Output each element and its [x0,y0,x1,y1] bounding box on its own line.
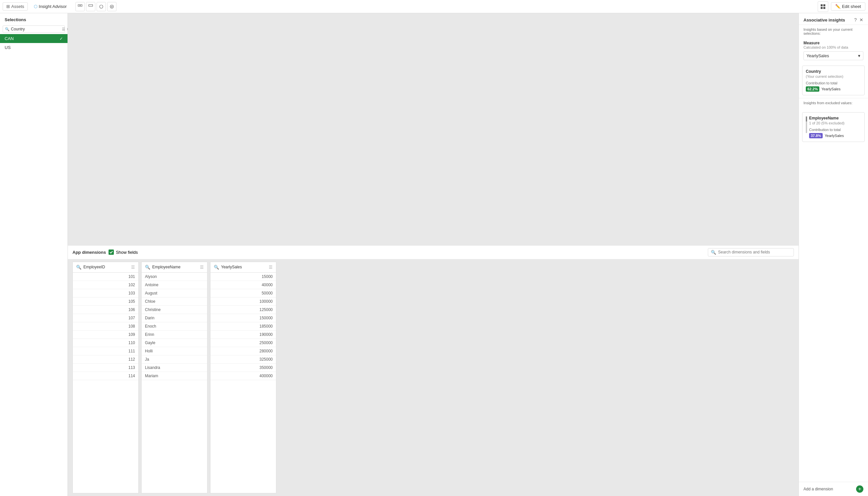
table-row: 350000 [211,363,276,372]
list-icon[interactable]: ☰ [62,27,65,31]
list-icon[interactable]: ☰ [200,265,204,270]
tool-btn-4[interactable] [107,2,117,11]
table-row: 15000 [211,273,276,281]
contribution-label: Contribution to total [806,81,861,85]
table-row: 250000 [211,339,276,347]
show-fields-toggle[interactable]: Show fields [109,249,138,255]
country-search-input[interactable] [11,27,61,31]
svg-point-3 [99,5,103,8]
measure-sub: Calculated on 100% of data [804,45,863,49]
insight-advisor-button[interactable]: ⬡ Insight Advisor [30,3,70,10]
center-area: App dimensions Show fields 🔍 🔍 EmployeeI… [68,13,799,496]
table-row: 112 [73,355,138,363]
contribution-bar: 62.2% YearlySales [806,87,861,92]
table-row: 40000 [211,281,276,289]
table-row: 400000 [211,372,276,380]
sparkline-bar [806,117,807,133]
table-row: 110 [73,339,138,347]
country-card-sub: (Your current selection) [806,75,861,78]
right-panel-header: Associative insights ? ✕ [799,13,868,25]
employee-insight-card: EmployeeName 1 of 20 (5% excluded) Contr… [802,112,865,142]
table-row: Ja [142,355,207,363]
table-employee-name: 🔍 EmployeeName ☰ Alyson Antoine August C… [141,262,207,494]
svg-rect-2 [89,5,93,6]
tool-btn-2[interactable] [86,2,95,11]
filter-item-us[interactable]: US [0,43,67,52]
assets-button[interactable]: ⊞ Assets [3,2,28,11]
table-row: Darin [142,314,207,322]
field-name-employee-id: EmployeeID [83,265,129,269]
table-row: Enoch [142,322,207,330]
svg-rect-9 [823,7,825,9]
svg-rect-7 [823,4,825,6]
filter-item-can[interactable]: CAN ✓ [0,34,67,43]
filter-value-can: CAN [5,36,14,41]
insight-icon: ⬡ [34,4,37,9]
excluded-label: Insights from excluded values: [804,101,863,105]
chevron-down-icon: ▾ [858,53,861,58]
table-row: August [142,289,207,297]
right-panel-title: Associative insights [804,17,845,22]
grid-view-button[interactable] [818,1,828,12]
table-row: 111 [73,347,138,355]
table-row: 101 [73,273,138,281]
sparkline-fill [806,117,807,121]
table-row: 125000 [211,306,276,314]
svg-point-4 [110,5,113,8]
tool-btn-1[interactable] [75,2,85,11]
search-dimensions-box: 🔍 [708,248,794,257]
table-row: Chloe [142,297,207,306]
tables-area: 🔍 EmployeeID ☰ 101 102 103 105 106 107 1… [68,259,799,496]
table-row: Alyson [142,273,207,281]
add-dimension-button[interactable]: + [856,485,863,493]
measure-select[interactable]: YearlySales ▾ [804,51,863,60]
help-icon[interactable]: ? [854,17,857,22]
left-panel: Selections 🔍 ☰ ✕ CAN ✓ US [0,13,68,496]
list-icon[interactable]: ☰ [131,265,135,270]
field-name-yearly-sales: YearlySales [221,265,267,269]
list-icon[interactable]: ☰ [269,265,273,270]
assets-icon: ⊞ [6,4,10,9]
tool-buttons [75,2,117,11]
show-fields-checkbox[interactable] [109,249,114,255]
edit-sheet-label: Edit sheet [842,4,861,9]
add-dimension-label: Add a dimension [804,487,833,491]
selections-header: Selections [0,13,67,24]
table-row: 325000 [211,355,276,363]
check-icon: ✓ [60,36,63,41]
measure-label: Measure [804,41,863,45]
table-row: 190000 [211,330,276,339]
search-icon: 🔍 [214,265,219,270]
employee-contribution-label: Contribution to total [809,128,861,132]
table-row: 100000 [211,297,276,306]
table-row: Lisandra [142,363,207,372]
svg-rect-6 [821,4,823,6]
table-header-yearly-sales: 🔍 YearlySales ☰ [211,262,276,273]
svg-point-5 [111,6,112,7]
tool-btn-3[interactable] [97,2,106,11]
measure-section: Measure Calculated on 100% of data Yearl… [799,38,868,63]
close-icon[interactable]: ✕ [859,17,863,22]
table-row: 150000 [211,314,276,322]
pct-badge-purple: 37.8% [809,133,823,138]
search-dimensions-input[interactable] [718,250,791,254]
right-panel-icons: ? ✕ [854,17,863,22]
svg-rect-1 [80,5,82,6]
table-row: 103 [73,289,138,297]
table-row: Mariam [142,372,207,380]
table-header-employee-id: 🔍 EmployeeID ☰ [73,262,138,273]
svg-rect-8 [821,7,823,9]
field-name-employee-name: EmployeeName [152,265,198,269]
app-dimensions-label: App dimensions [73,250,106,255]
edit-sheet-button[interactable]: ✏️ Edit sheet [831,2,865,11]
contribution-field: YearlySales [821,87,840,91]
table-yearly-sales: 🔍 YearlySales ☰ 15000 40000 50000 100000… [210,262,276,494]
filter-value-us: US [5,45,11,50]
table-row: 102 [73,281,138,289]
table-row: Antoine [142,281,207,289]
search-icon: 🔍 [76,265,81,270]
table-header-employee-name: 🔍 EmployeeName ☰ [142,262,207,273]
table-row: 50000 [211,289,276,297]
table-row: 109 [73,330,138,339]
search-icon: 🔍 [5,27,10,31]
